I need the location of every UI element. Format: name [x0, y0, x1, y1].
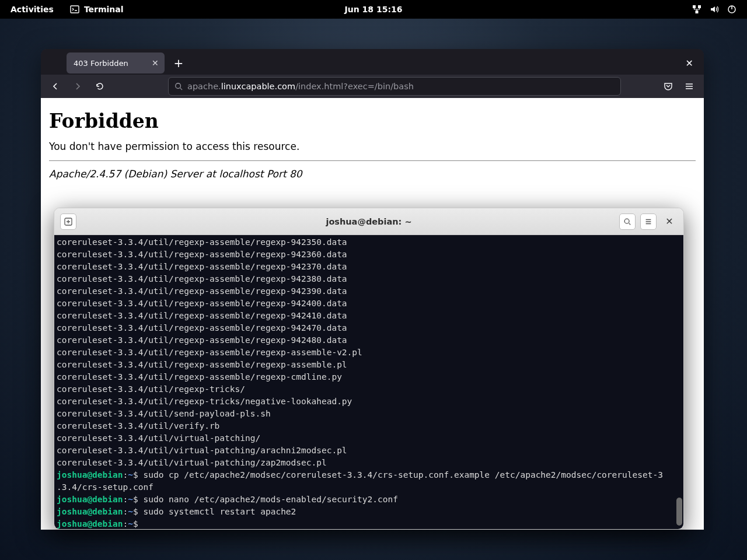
svg-line-7 — [180, 88, 183, 90]
new-tab-button[interactable]: + — [174, 56, 184, 70]
page-body-text: You don't have permission to access this… — [49, 141, 696, 152]
terminal-body[interactable]: coreruleset-3.3.4/util/regexp-assemble/r… — [54, 235, 683, 529]
divider — [49, 160, 696, 161]
terminal-window: joshua@debian: ~ ✕ coreruleset-3.3.4/uti… — [54, 208, 684, 530]
forward-button[interactable] — [69, 78, 86, 95]
pocket-button[interactable] — [659, 78, 677, 95]
power-icon[interactable] — [727, 5, 736, 14]
server-signature: Apache/2.4.57 (Debian) Server at localho… — [49, 168, 696, 180]
network-icon[interactable] — [692, 5, 701, 14]
gnome-topbar: Activities Terminal Jun 18 15:16 — [0, 0, 747, 19]
url-text: apache.linuxcapable.com/index.html?exec=… — [187, 82, 414, 91]
scrollbar-thumb[interactable] — [676, 498, 682, 526]
app-menu[interactable]: Terminal — [70, 5, 124, 14]
tab-strip: 403 Forbidden ✕ + ✕ — [41, 49, 704, 75]
svg-point-6 — [176, 83, 181, 89]
svg-rect-0 — [71, 6, 79, 13]
svg-rect-3 — [696, 10, 699, 13]
back-button[interactable] — [47, 78, 64, 95]
svg-rect-2 — [698, 5, 701, 8]
clock[interactable]: Jun 18 15:16 — [345, 5, 403, 14]
terminal-search-button[interactable] — [619, 214, 636, 230]
search-icon — [174, 82, 183, 90]
tab-close-icon[interactable]: ✕ — [152, 58, 159, 68]
terminal-header: joshua@debian: ~ ✕ — [54, 208, 683, 235]
activities-button[interactable]: Activities — [11, 5, 54, 14]
terminal-title: joshua@debian: ~ — [326, 217, 411, 226]
svg-rect-1 — [693, 5, 696, 8]
terminal-menu-button[interactable] — [640, 214, 657, 230]
window-close-button[interactable]: ✕ — [686, 58, 693, 69]
url-bar[interactable]: apache.linuxcapable.com/index.html?exec=… — [168, 77, 621, 96]
terminal-close-button[interactable]: ✕ — [661, 214, 678, 230]
reload-button[interactable] — [91, 78, 109, 95]
browser-tab[interactable]: 403 Forbidden ✕ — [67, 52, 165, 74]
page-heading: Forbidden — [49, 110, 696, 132]
tab-title: 403 Forbidden — [74, 59, 128, 68]
svg-point-9 — [624, 219, 629, 223]
app-menu-label: Terminal — [84, 5, 124, 14]
svg-line-10 — [629, 223, 631, 225]
hamburger-menu-button[interactable] — [680, 78, 698, 95]
terminal-icon — [70, 5, 79, 14]
browser-toolbar: apache.linuxcapable.com/index.html?exec=… — [41, 75, 704, 98]
new-tab-terminal-button[interactable] — [60, 214, 76, 230]
volume-icon[interactable] — [710, 5, 719, 14]
